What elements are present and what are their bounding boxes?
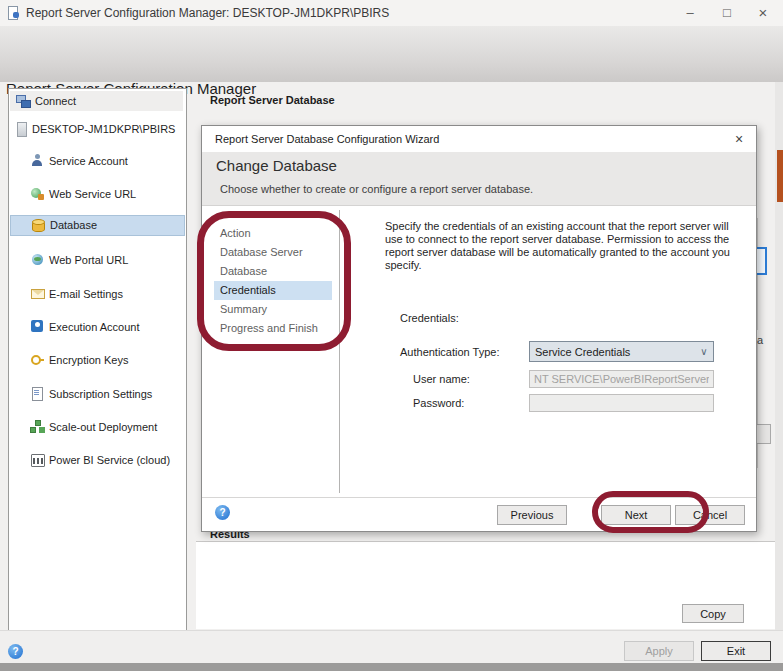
service-account-icon xyxy=(30,153,45,168)
sidebar-item-label: Web Portal URL xyxy=(49,250,128,270)
sidebar-item-email-settings[interactable]: E-mail Settings xyxy=(10,284,183,304)
sidebar-item-web-service-url[interactable]: Web Service URL xyxy=(10,184,183,204)
previous-button[interactable]: Previous xyxy=(497,505,567,525)
email-settings-icon xyxy=(30,286,45,301)
app-window: Report Server Configuration Manager: DES… xyxy=(0,0,783,671)
annotation-steps-highlight xyxy=(197,211,351,351)
text-fragment: a xyxy=(757,334,763,346)
window-bottom-edge xyxy=(0,663,783,671)
sidebar-item-web-portal-url[interactable]: Web Portal URL xyxy=(10,250,183,270)
exit-button[interactable]: Exit xyxy=(701,641,771,661)
window-title: Report Server Configuration Manager: DES… xyxy=(26,0,389,26)
power-bi-service-icon xyxy=(30,452,45,467)
auth-type-select[interactable]: Service Credentials ∨ xyxy=(529,341,714,362)
sidebar-item-service-account[interactable]: Service Account xyxy=(10,151,183,171)
sidebar-item-label: E-mail Settings xyxy=(49,284,123,304)
background-window-fragment xyxy=(777,150,783,202)
dialog-help-icon[interactable]: ? xyxy=(215,505,230,520)
minimize-button[interactable]: – xyxy=(675,0,705,26)
sidebar-item-label: Subscription Settings xyxy=(49,384,152,404)
web-portal-url-icon xyxy=(30,252,45,267)
sidebar-item-connect[interactable]: Connect xyxy=(10,91,183,111)
help-icon[interactable]: ? xyxy=(8,644,23,659)
database-icon xyxy=(30,218,45,233)
sidebar-item-label: Connect xyxy=(35,91,76,111)
subscription-settings-icon xyxy=(30,386,45,401)
password-field[interactable] xyxy=(529,394,714,412)
username-label: User name: xyxy=(413,373,470,385)
auth-type-value: Service Credentials xyxy=(530,346,695,358)
section-title: Report Server Database xyxy=(210,94,335,106)
sidebar: Connect DESKTOP-JM1DKPR\PBIRS Service Ac… xyxy=(8,88,187,632)
dialog-heading: Change Database xyxy=(216,157,337,174)
credentials-label: Credentials: xyxy=(400,312,459,324)
sidebar-item-label: Execution Account xyxy=(49,317,140,337)
window-titlebar: Report Server Configuration Manager: DES… xyxy=(0,0,783,27)
sidebar-item-label: Web Service URL xyxy=(49,184,136,204)
step-description: Specify the credentials of an existing a… xyxy=(385,220,745,272)
sidebar-item-subscription-settings[interactable]: Subscription Settings xyxy=(10,384,183,404)
password-label: Password: xyxy=(413,397,464,409)
close-button[interactable]: × xyxy=(746,0,780,26)
web-service-url-icon xyxy=(30,186,45,201)
connect-icon xyxy=(16,93,31,108)
sidebar-item-database[interactable]: Database xyxy=(10,215,185,236)
username-field[interactable] xyxy=(529,370,714,388)
auth-type-label: Authentication Type: xyxy=(400,346,499,358)
sidebar-item-label: Power BI Service (cloud) xyxy=(49,450,170,470)
scale-out-deployment-icon xyxy=(30,419,45,434)
copy-button[interactable]: Copy xyxy=(682,604,744,623)
sidebar-item-label: Scale-out Deployment xyxy=(49,417,157,437)
sidebar-item-label: Service Account xyxy=(49,151,128,171)
sidebar-item-scale-out-deployment[interactable]: Scale-out Deployment xyxy=(10,417,183,437)
groupbox-border-fragment xyxy=(757,340,758,468)
sidebar-item-label: Database xyxy=(50,216,97,235)
maximize-button[interactable]: □ xyxy=(712,0,742,26)
encryption-keys-icon xyxy=(30,352,45,367)
dialog-title: Report Server Database Configuration Wiz… xyxy=(215,126,439,152)
sidebar-item-label: Encryption Keys xyxy=(49,350,128,370)
dialog-close-icon[interactable]: × xyxy=(724,126,754,152)
execution-account-icon xyxy=(30,319,45,334)
dialog-subheading: Choose whether to create or configure a … xyxy=(220,183,533,195)
sidebar-item-encryption-keys[interactable]: Encryption Keys xyxy=(10,350,183,370)
dialog-titlebar: Report Server Database Configuration Wiz… xyxy=(202,126,756,152)
annotation-next-highlight xyxy=(592,491,709,533)
app-icon xyxy=(6,5,21,20)
server-icon xyxy=(14,121,29,136)
apply-button[interactable]: Apply xyxy=(624,641,694,661)
sidebar-item-execution-account[interactable]: Execution Account xyxy=(10,317,183,337)
dialog-header: Change Database Choose whether to create… xyxy=(202,152,756,206)
header-band: Report Server Configuration Manager xyxy=(0,26,783,82)
sidebar-item-label: DESKTOP-JM1DKPR\PBIRS xyxy=(32,119,175,139)
chevron-down-icon: ∨ xyxy=(695,346,713,357)
sidebar-item-power-bi-service[interactable]: Power BI Service (cloud) xyxy=(10,450,183,470)
sidebar-item-server[interactable]: DESKTOP-JM1DKPR\PBIRS xyxy=(10,119,183,139)
